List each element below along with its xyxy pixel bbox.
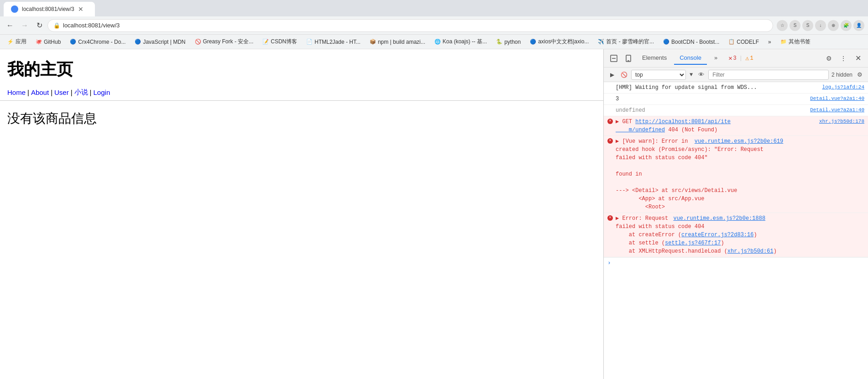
tab-more[interactable]: » [709, 52, 723, 65]
error-circle-1: ✕ [607, 119, 613, 124]
prompt-arrow-icon: › [607, 260, 611, 266]
forward-button[interactable]: → [18, 19, 31, 32]
reload-button[interactable]: ↻ [33, 19, 46, 32]
bookmark-crx4chrome-label: Crx4Chrome - Do... [78, 39, 125, 45]
bookmark-more-label: » [768, 39, 771, 45]
bookmark-github-label: GitHub [44, 39, 61, 45]
address-bar: ← → ↻ 🔒 localhost:8081/view/3 ☆ S S ↓ ⊕ … [0, 16, 868, 35]
nav-sep-3: | [71, 88, 73, 96]
get-error-icon: ✕ [607, 118, 614, 124]
url-text: localhost:8081/view/3 [63, 22, 120, 29]
expand-js-error[interactable]: ▶ Error: Request [616, 215, 668, 222]
console-entry-hmr: [HMR] Waiting for update signal from WDS… [604, 82, 868, 93]
vue-warn-source-inline[interactable]: vue.runtime.esm.js?2b0e:619 [695, 138, 783, 145]
nav-about[interactable]: About [31, 88, 49, 96]
devtools-more-button[interactable]: ⋮ [837, 52, 850, 65]
undefined-icon [607, 106, 614, 107]
no-product-message: 没有该商品信息 [7, 110, 596, 127]
bookmark-mdn[interactable]: 🔵 JavaScript | MDN [131, 37, 189, 47]
console-settings-button[interactable]: ⚙ [855, 70, 864, 79]
device-toolbar-button[interactable] [622, 52, 635, 65]
console-clear-button[interactable]: 🚫 [619, 70, 628, 79]
url-bar[interactable]: 🔒 localhost:8081/view/3 [47, 19, 773, 32]
console-filter-input[interactable] [708, 70, 829, 80]
console-entry-undefined: undefined Detail.vue?a2a1:40 [604, 105, 868, 116]
console-entry-number-content: 3 Detail.vue?a2a1:40 [616, 95, 864, 103]
bookmark-codelf[interactable]: 📋 CODELF [725, 37, 763, 47]
get-error-source[interactable]: xhr.js?b50d:178 [819, 118, 864, 134]
tab-elements[interactable]: Elements [637, 52, 672, 65]
js-error-source-inline[interactable]: vue.runtime.esm.js?2b0e:1888 [673, 215, 765, 222]
hmr-source[interactable]: log.js?1afd:24 [822, 83, 864, 92]
console-prompt: › [604, 257, 868, 268]
get-error-url[interactable]: http://localhost:8081/api/ite m/undefine… [616, 119, 731, 133]
context-selector[interactable]: top [631, 70, 686, 80]
inspect-element-button[interactable] [607, 52, 620, 65]
bookmark-crx4chrome[interactable]: 🔵 Crx4Chrome - Do... [66, 37, 129, 47]
console-output: [HMR] Waiting for update signal from WDS… [604, 82, 868, 379]
bookmark-github[interactable]: 🐙 GitHub [32, 37, 64, 47]
koa-icon: 🌐 [434, 39, 441, 45]
ext-icon-3[interactable]: ↓ [815, 20, 826, 31]
info-icon [607, 83, 614, 84]
error-count: ✕ 3 [728, 54, 737, 62]
undefined-source[interactable]: Detail.vue?a2a1:40 [810, 106, 864, 114]
browser-window: localhost:8081/view/3 ✕ ← → ↻ 🔒 localhos… [0, 0, 868, 379]
greasy-icon: 🚫 [195, 39, 201, 45]
create-error-link[interactable]: createError.js?2d83:16 [681, 232, 753, 238]
xhr-handle-load-link[interactable]: xhr.js?b50d:61 [727, 248, 774, 254]
vue-warn-text: ▶ [Vue warn]: Error in vue.runtime.esm.j… [616, 137, 864, 211]
nav-fiction[interactable]: 小说 [74, 88, 88, 97]
nav-login[interactable]: Login [94, 88, 110, 96]
bookmark-mdn-label: JavaScript | MDN [143, 39, 185, 45]
nav-sep-4: | [90, 88, 92, 96]
tab-title: localhost:8081/view/3 [22, 6, 74, 12]
ext-bookmark-star[interactable]: ☆ [777, 20, 788, 31]
ext-icon-4[interactable]: ⊕ [828, 20, 839, 31]
bookmark-more[interactable]: » [764, 37, 775, 47]
ext-icon-6[interactable]: 👤 [853, 20, 864, 31]
live-expressions-button[interactable]: 👁 [696, 70, 706, 79]
bookmark-python[interactable]: 🐍 python [492, 37, 524, 47]
active-tab[interactable]: localhost:8081/view/3 ✕ [4, 2, 95, 16]
settle-link[interactable]: settle.js?467f:17 [665, 240, 721, 246]
devtools-settings-button[interactable]: ⚙ [822, 52, 835, 65]
ext-icon-2[interactable]: S [802, 20, 813, 31]
console-run-button[interactable]: ▶ [607, 70, 617, 79]
bookmark-python-label: python [504, 39, 521, 45]
nav-user[interactable]: User [54, 88, 69, 96]
bookmark-greasy[interactable]: 🚫 Greasy Fork - 安全... [191, 36, 257, 47]
axios-icon: 🔵 [530, 39, 536, 45]
vue-warn-icon: ✕ [607, 137, 614, 144]
bookmark-csdn[interactable]: 📝 CSDN博客 [259, 36, 301, 47]
html2jade-icon: 📄 [306, 39, 313, 45]
number-source[interactable]: Detail.vue?a2a1:40 [810, 95, 864, 103]
js-error-detail: failed with status code 404 at createErr… [616, 223, 777, 254]
devtools-close-button[interactable]: ✕ [852, 52, 864, 65]
console-entry-undefined-content: undefined Detail.vue?a2a1:40 [616, 106, 864, 114]
ext-icon-1[interactable]: S [790, 20, 800, 31]
bookmark-html2jade[interactable]: 📄 HTML2Jade - HT... [303, 37, 364, 47]
tab-console[interactable]: Console [674, 52, 707, 65]
number-value: 3 [616, 95, 619, 103]
bookmark-html2jade-label: HTML2Jade - HT... [314, 39, 361, 45]
selector-dropdown-icon: ▼ [690, 72, 693, 78]
extensions-area: ☆ S S ↓ ⊕ 🧩 👤 [777, 20, 864, 31]
bookmark-other[interactable]: 📁 其他书签 [777, 36, 814, 47]
mdn-icon: 🔵 [135, 39, 141, 45]
ext-icon-5[interactable]: 🧩 [841, 20, 852, 31]
page-nav: Home | About | User | 小说 | Login [0, 84, 603, 101]
bookmark-axios[interactable]: 🔵 axios中文文档|axio... [526, 36, 592, 47]
bookmark-bootcdn[interactable]: 🔵 BootCDN - Bootst... [659, 37, 723, 47]
nav-home[interactable]: Home [7, 88, 26, 96]
bookmark-koa[interactable]: 🌐 Koa (koajs) -- 基... [431, 36, 491, 47]
bookmark-npm[interactable]: 📦 npm | build amazi... [366, 37, 429, 47]
warn-count: ⚠ 1 [745, 54, 753, 62]
bookmark-apps[interactable]: ⚡ 应用 [4, 36, 30, 47]
bookmark-liaoxuefeng[interactable]: ✈️ 首页 - 廖雪峰的官... [594, 36, 658, 47]
console-input[interactable] [614, 260, 864, 266]
tab-close-button[interactable]: ✕ [78, 5, 84, 13]
back-button[interactable]: ← [4, 19, 16, 32]
expand-get-error[interactable]: ▶ GET http://localhost:8081/api/ite m/un… [616, 118, 731, 134]
expand-vue-warn[interactable]: ▶ [Vue warn]: Error in vue.runtime.esm.j… [616, 138, 783, 145]
